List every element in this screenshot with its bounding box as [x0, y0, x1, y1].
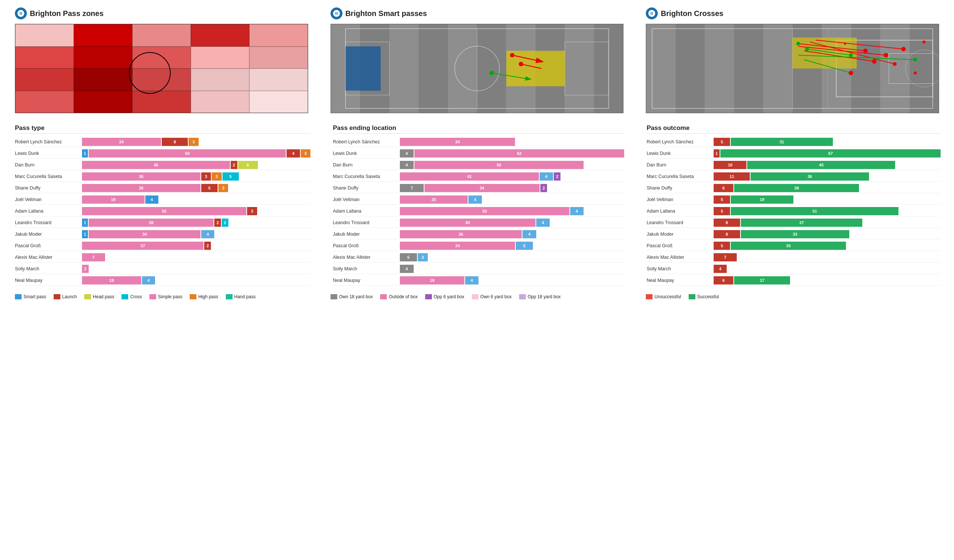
pass-ending-block: Pass ending location Robert Lynch Sánche…	[333, 124, 624, 287]
player-name: Neal Maupay	[15, 278, 82, 283]
bar-row: Marc Cucurella Saseta36335	[15, 171, 310, 182]
player-name: Adam Lallana	[15, 208, 82, 214]
smart-passes-title: Brighton Smart passes	[330, 8, 624, 19]
bar-segment: 4	[142, 276, 155, 285]
bar-row: Shane Duffy7342	[333, 183, 624, 193]
bar-segments: 7	[82, 253, 310, 261]
legend-own18: Own 18 yard box	[330, 294, 373, 299]
player-name: Neal Maupay	[647, 278, 714, 283]
bar-segment: 3	[201, 173, 211, 180]
bar-segments: 551	[714, 207, 941, 215]
bar-row: Lewis Dunk167	[647, 148, 941, 159]
player-name: Dan Burn	[15, 162, 82, 168]
bar-segment: 6	[714, 276, 733, 285]
bar-segment: 18	[82, 276, 141, 285]
bar-segment: 45	[747, 161, 895, 169]
legend-head-pass: Head pass	[84, 294, 114, 299]
bar-segment: 7	[714, 253, 737, 261]
bar-segments: 4142	[400, 173, 624, 180]
legend-simple-pass: Simple pass	[150, 294, 182, 299]
bar-row: Pascal Groß345	[333, 241, 624, 251]
player-name: Pascal Groß	[333, 243, 400, 248]
bar-segment: 3	[418, 253, 428, 261]
bar-segment: 17	[734, 276, 790, 285]
pass-zones-title: Brighton Pass zones	[15, 8, 308, 19]
bar-segments: 535	[714, 242, 941, 250]
bar-segment: 6	[714, 184, 733, 192]
player-name: Jakub Moder	[333, 232, 400, 237]
bar-row: Marc Cucurella Saseta1136	[647, 171, 941, 182]
player-name: Adam Lallana	[647, 208, 714, 214]
bar-segment: 19	[82, 196, 145, 204]
bar-segment: 50	[415, 161, 584, 169]
pass-ending-legend: Own 18 yard box Outside of box Opp 6 yar…	[330, 294, 624, 299]
bar-segment: 4	[570, 207, 584, 215]
bar-segment: 1	[714, 149, 720, 157]
bar-segments: 503	[82, 207, 310, 215]
bar-segments: 462	[400, 149, 624, 157]
bar-segment: 50	[400, 207, 569, 215]
pass-type-bars: Robert Lynch Sánchez2483Lewis Dunk16043D…	[15, 137, 310, 286]
bar-segment: 37	[741, 219, 862, 227]
bar-row: Shane Duffy3653	[15, 183, 310, 193]
player-name: Alexis Mac Allister	[647, 255, 714, 260]
bar-row: Pascal Groß535	[647, 241, 941, 251]
pass-outcome-legend: Unsuccessful Successful	[646, 294, 939, 299]
bar-segments: 404	[400, 219, 624, 227]
pass-outcome-block: Pass outcome Robert Lynch Sánchez531Lewi…	[647, 124, 941, 287]
bar-segment: 2	[554, 173, 560, 180]
own6-color	[472, 294, 479, 299]
bar-segments: 53	[400, 253, 624, 261]
smart-passes-field	[330, 24, 624, 113]
bar-segment: 34	[424, 184, 539, 192]
bar-segment: 4	[522, 230, 536, 238]
bar-segment: 4	[714, 265, 727, 273]
bar-segment: 1	[82, 219, 88, 227]
bar-segment: 5	[201, 184, 218, 192]
high-pass-color	[190, 294, 196, 299]
bar-segments: 364	[400, 230, 624, 238]
smart-passes-section: Brighton Smart passes	[330, 8, 624, 113]
bar-segment: 4	[201, 230, 214, 238]
player-name: Robert Lynch Sánchez	[647, 139, 714, 145]
pass-zones-section: Brighton Pass zones	[15, 8, 308, 113]
player-name: Shane Duffy	[333, 185, 400, 191]
bar-segment: 50	[82, 207, 246, 215]
bar-segment: 24	[82, 138, 161, 146]
bar-row: Joël Veltman519	[647, 194, 941, 205]
bar-row: Lewis Dunk16043	[15, 148, 310, 159]
bar-segment: 7	[400, 184, 424, 192]
player-name: Robert Lynch Sánchez	[15, 139, 82, 145]
svg-point-33	[872, 59, 876, 64]
bar-segment: 36	[751, 173, 869, 180]
crosses-field	[646, 24, 939, 113]
bar-row: Leandro Trossard837	[647, 218, 941, 228]
bar-segment: 4	[145, 196, 158, 204]
bar-row: Dan Burn4526	[15, 160, 310, 170]
pass-zones-icon	[15, 8, 27, 19]
bar-segments: 167	[714, 149, 941, 157]
bar-segment: 38	[89, 219, 214, 227]
bar-segment: 2	[231, 161, 237, 169]
player-name: Solly March	[15, 266, 82, 271]
pass-outcome-title: Pass outcome	[647, 124, 941, 134]
bar-segment: 8	[714, 230, 740, 238]
bar-row: Joël Veltman204	[333, 194, 624, 205]
player-name: Lewis Dunk	[15, 151, 82, 156]
simple-pass-label: Simple pass	[158, 294, 182, 299]
legend-smart-pass: Smart pass	[15, 294, 46, 299]
pass-outcome-bars: Robert Lynch Sánchez531Lewis Dunk167Dan …	[647, 137, 941, 286]
smart-passes-field-lines	[331, 24, 624, 113]
bar-row: Robert Lynch Sánchez531	[647, 137, 941, 147]
bar-segment: 3	[212, 173, 221, 180]
bar-segment: 4	[465, 276, 479, 285]
bar-segment: 5	[714, 138, 730, 146]
outside-box-label: Outside of box	[389, 294, 417, 299]
bar-segments: 13822	[82, 219, 310, 227]
player-name: Shane Duffy	[647, 185, 714, 191]
player-name: Alexis Mac Allister	[15, 255, 82, 260]
bar-row: Solly March2	[15, 264, 310, 274]
bar-row: Adam Lallana503	[15, 206, 310, 216]
player-name: Dan Burn	[333, 162, 400, 168]
simple-pass-color	[150, 294, 156, 299]
